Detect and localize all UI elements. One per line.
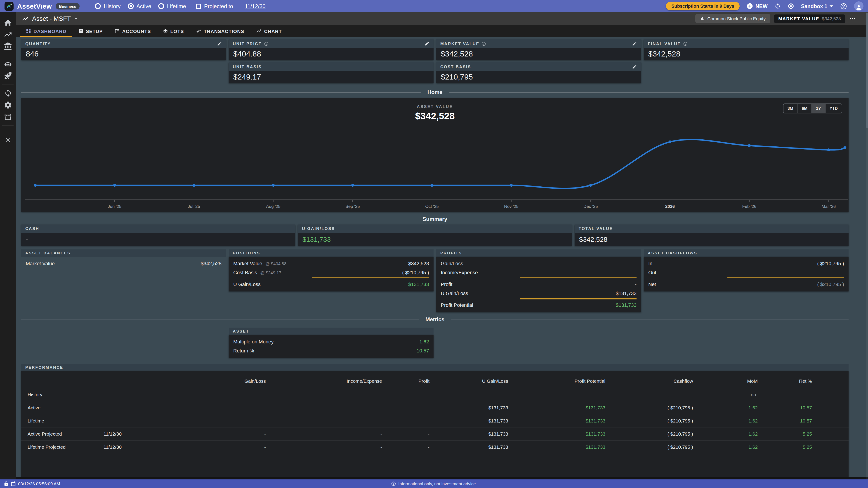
svg-text:Aug '25: Aug '25 [266, 204, 281, 209]
section-header-metrics: Metrics [21, 316, 848, 323]
sidebar-item-home[interactable] [0, 17, 16, 29]
row-value: $342,528 [201, 261, 221, 266]
panel-row: U Gain/Loss $131,733 [436, 289, 641, 298]
radio-icon[interactable] [158, 3, 164, 9]
asset-title[interactable]: Asset - MSFT [32, 15, 71, 22]
stat-label: FINAL VALUE [648, 41, 681, 46]
tab-setup[interactable]: SETUP [72, 25, 109, 37]
table-row-active[interactable]: Active - - - $131,733 $131,733 ( $210,79… [21, 401, 848, 414]
mode-selector: History Active Lifetime Projected to 11/… [95, 3, 266, 9]
sidebar-close-button[interactable] [0, 134, 16, 145]
sidebar-item-settings[interactable] [0, 99, 16, 111]
row-value: - [635, 270, 637, 275]
more-menu-icon[interactable] [849, 15, 856, 22]
edit-button[interactable] [632, 41, 637, 46]
panel-row: Net ( $210,795 ) [644, 280, 848, 289]
mode-history[interactable]: History [95, 3, 121, 9]
top-app-bar: AssetView Business History Active Lifeti… [0, 0, 868, 12]
user-avatar[interactable] [854, 1, 864, 11]
fisheye-icon [787, 3, 794, 9]
market-value-badge-value: $342,528 [822, 16, 841, 21]
stat-value: $342,528 [441, 50, 473, 59]
checkbox-icon[interactable] [196, 3, 202, 9]
document-icon [78, 28, 84, 34]
sync-button[interactable] [774, 3, 781, 9]
svg-text:2026: 2026 [665, 204, 675, 209]
tab-dashboard[interactable]: DASHBOARD [20, 25, 72, 37]
scrollbar[interactable] [866, 12, 868, 480]
asset-value-line-chart[interactable]: Jun '25Jul '25Aug '25Sep '25Oct '25Nov '… [21, 85, 848, 212]
workspace-name: Sandbox 1 [801, 3, 827, 9]
mode-lifetime[interactable]: Lifetime [158, 3, 186, 9]
scrollbar-thumb[interactable] [866, 13, 868, 128]
tab-accounts[interactable]: ACCOUNTS [109, 25, 157, 37]
edit-button[interactable] [217, 41, 222, 46]
stat-label: UNIT PRICE [233, 41, 262, 46]
dashboard-icon [26, 28, 31, 34]
panel-profits: PROFITS Gain/Loss - Income/Expense - [436, 250, 641, 312]
scroll-end-gap [16, 477, 868, 480]
table-row-lifetime-projected[interactable]: Lifetime Projected 11/12/30 - - - $131,7… [21, 440, 848, 453]
table-row-active-projected[interactable]: Active Projected 11/12/30 - - - $131,733… [21, 427, 848, 440]
new-button[interactable]: NEW [746, 3, 768, 9]
col-profit-potential: Profit Potential [508, 373, 605, 388]
tab-chart[interactable]: CHART [250, 25, 288, 37]
workspace-selector[interactable]: Sandbox 1 [801, 3, 833, 9]
row-name: Profit [441, 282, 452, 287]
help-button[interactable] [840, 2, 847, 10]
col-cashflow: Cashflow [605, 373, 693, 388]
swap-arrows-icon [196, 28, 202, 34]
pencil-icon [217, 41, 222, 46]
tab-label: LOTS [170, 28, 184, 34]
projected-label: Projected to [204, 3, 233, 9]
sidebar-item-sync[interactable] [0, 87, 16, 99]
stat-label: MARKET VALUE [440, 41, 479, 46]
layers-icon [163, 28, 168, 34]
tab-label: ACCOUNTS [122, 28, 151, 34]
svg-text:Jul '25: Jul '25 [188, 204, 200, 209]
stat-card-unit-price: UNIT PRICE $404.88 [229, 39, 434, 60]
stat-value: $210,795 [441, 72, 473, 82]
mode-active[interactable]: Active [128, 3, 151, 9]
app-window: AssetView Business History Active Lifeti… [0, 0, 868, 488]
sidebar-item-institutions[interactable] [0, 40, 16, 52]
panel-row: In ( $210,795 ) [644, 259, 848, 268]
summary-value: $131,733 [303, 236, 331, 243]
app-name: AssetView [17, 2, 52, 10]
info-icon [391, 481, 396, 486]
summary-panels: ASSET BALANCES Market Value $342,528 POS… [21, 250, 848, 312]
person-icon [855, 4, 862, 11]
accounting-underline [520, 278, 637, 279]
asset-category-badge[interactable]: Common Stock Public Equity [695, 14, 770, 23]
row-value: - [842, 270, 844, 275]
subscription-notice-button[interactable]: Subscription Starts in 9 Days [666, 2, 740, 10]
stat-card-market-value: MARKET VALUE $342,528 [436, 39, 641, 60]
sidebar-item-assistant[interactable] [0, 58, 16, 70]
edit-button[interactable] [425, 41, 430, 46]
tab-transactions[interactable]: TRANSACTIONS [190, 25, 250, 37]
view-mode-button[interactable] [787, 3, 794, 9]
sidebar-item-marketplace[interactable] [0, 111, 16, 123]
tab-label: CHART [264, 28, 282, 34]
table-row-lifetime[interactable]: Lifetime - - - $131,733 $131,733 ( $210,… [21, 414, 848, 427]
bank-icon [4, 42, 12, 51]
row-name: U Gain/Loss [233, 282, 260, 287]
radio-icon[interactable] [95, 3, 101, 9]
edit-button[interactable] [632, 64, 637, 69]
panel-asset-metrics: ASSET Multiple on Money 1.62 Return % 10… [229, 328, 434, 358]
row-name: In [648, 261, 652, 266]
sync-icon [4, 89, 12, 97]
radio-checked-icon[interactable] [128, 3, 133, 9]
sidebar-item-markets[interactable] [0, 29, 16, 40]
panel-row: Market Value $342,528 [21, 259, 226, 268]
chevron-down-icon[interactable] [74, 18, 78, 20]
row-sub: @ $404.88 [266, 261, 286, 266]
projected-toggle[interactable]: Projected to [196, 3, 233, 9]
projected-date-link[interactable]: 11/12/30 [245, 3, 266, 9]
sidebar-item-launch[interactable] [0, 70, 16, 81]
sidebar-divider [2, 55, 13, 55]
panel-row: Gain/Loss - [436, 259, 641, 268]
panel-row: Profit - [436, 280, 641, 289]
table-row-history[interactable]: History - - - - - - -na- - [21, 388, 848, 401]
tab-lots[interactable]: LOTS [157, 25, 190, 37]
